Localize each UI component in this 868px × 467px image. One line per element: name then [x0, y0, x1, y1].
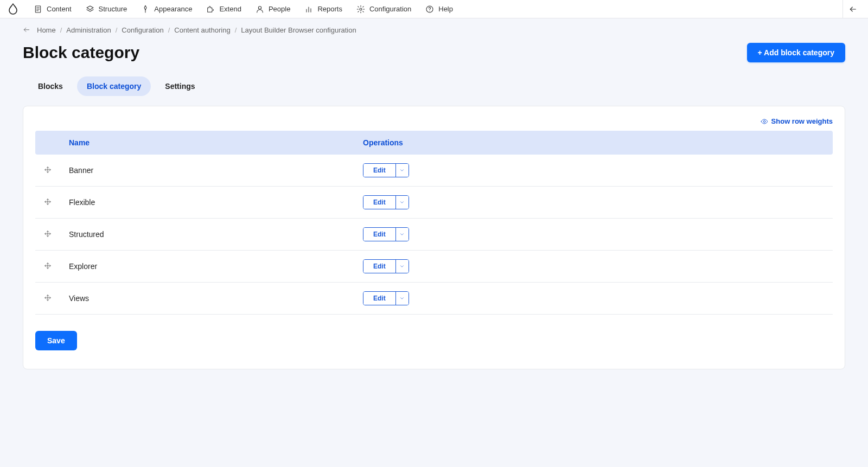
- edit-button[interactable]: Edit: [363, 164, 395, 177]
- table-row: StructuredEdit: [35, 219, 833, 251]
- breadcrumb-item[interactable]: Content authoring: [174, 26, 230, 34]
- toolbar-item-appearance[interactable]: Appearance: [135, 2, 199, 17]
- toolbar-item-help[interactable]: Help: [419, 2, 459, 17]
- toolbar-item-structure[interactable]: Structure: [79, 2, 134, 17]
- svg-point-15: [763, 120, 765, 123]
- column-operations: Operations: [354, 131, 833, 155]
- document-icon: [34, 5, 42, 14]
- table-row: ExplorerEdit: [35, 251, 833, 283]
- chevron-down-icon: [399, 232, 405, 237]
- table-row: BannerEdit: [35, 155, 833, 187]
- tab-settings[interactable]: Settings: [155, 76, 205, 96]
- row-name: Structured: [60, 219, 354, 251]
- drag-handle-icon[interactable]: [44, 198, 52, 206]
- drag-handle-icon[interactable]: [44, 166, 52, 174]
- breadcrumb: Home / Administration / Configuration / …: [0, 18, 868, 34]
- back-icon[interactable]: [23, 27, 30, 34]
- operation-dropbutton: Edit: [363, 227, 409, 241]
- row-name: Banner: [60, 155, 354, 187]
- tab-blocks[interactable]: Blocks: [28, 76, 73, 96]
- drag-handle-icon[interactable]: [44, 294, 52, 302]
- operation-dropbutton: Edit: [363, 163, 409, 177]
- svg-marker-4: [87, 6, 93, 10]
- tab-block-category[interactable]: Block category: [77, 76, 151, 96]
- toolbar-item-reports[interactable]: Reports: [298, 2, 349, 17]
- dropdown-toggle[interactable]: [395, 260, 409, 273]
- toolbar-item-extend[interactable]: Extend: [200, 2, 247, 17]
- toolbar-item-label: Configuration: [369, 5, 411, 13]
- toolbar-item-content[interactable]: Content: [27, 2, 78, 17]
- gear-icon: [356, 5, 365, 14]
- dropdown-toggle[interactable]: [395, 164, 409, 177]
- chevron-down-icon: [399, 200, 405, 205]
- operation-dropbutton: Edit: [363, 195, 409, 209]
- breadcrumb-item[interactable]: Layout Builder Browser configuration: [241, 26, 356, 34]
- toolbar-item-configuration[interactable]: Configuration: [350, 2, 418, 17]
- page-title: Block category: [23, 43, 139, 62]
- drupal-logo-icon[interactable]: [7, 3, 20, 16]
- edit-button[interactable]: Edit: [363, 292, 395, 305]
- puzzle-icon: [206, 5, 215, 14]
- eye-icon: [761, 118, 768, 125]
- dropdown-toggle[interactable]: [395, 228, 409, 241]
- toolbar-item-label: Reports: [317, 5, 342, 13]
- toolbar-item-label: People: [269, 5, 290, 13]
- edit-button[interactable]: Edit: [363, 196, 395, 209]
- toolbar-item-label: Structure: [99, 5, 127, 13]
- row-name: Explorer: [60, 251, 354, 283]
- toolbar-item-label: Help: [438, 5, 453, 13]
- add-block-category-button[interactable]: + Add block category: [747, 43, 845, 62]
- help-icon: [425, 5, 434, 14]
- breadcrumb-item[interactable]: Administration: [66, 26, 111, 34]
- content-card: Show row weights Name Operations BannerE…: [23, 106, 845, 369]
- dropdown-toggle[interactable]: [395, 292, 409, 305]
- back-to-site-button[interactable]: [843, 0, 863, 18]
- toolbar-item-people[interactable]: People: [249, 2, 297, 17]
- drag-handle-icon[interactable]: [44, 262, 52, 270]
- table-row: ViewsEdit: [35, 283, 833, 315]
- row-name: Flexible: [60, 187, 354, 219]
- dropdown-toggle[interactable]: [395, 196, 409, 209]
- toolbar-item-label: Appearance: [154, 5, 192, 13]
- chevron-down-icon: [399, 264, 405, 269]
- svg-point-10: [360, 8, 362, 10]
- breadcrumb-home[interactable]: Home: [37, 26, 56, 34]
- edit-button[interactable]: Edit: [363, 260, 395, 273]
- operation-dropbutton: Edit: [363, 291, 409, 305]
- column-name: Name: [60, 131, 354, 155]
- save-button[interactable]: Save: [35, 331, 77, 350]
- show-row-weights-link[interactable]: Show row weights: [761, 117, 833, 125]
- tabs: Blocks Block category Settings: [0, 62, 868, 96]
- toolbar-item-label: Extend: [219, 5, 241, 13]
- operation-dropbutton: Edit: [363, 259, 409, 273]
- edit-button[interactable]: Edit: [363, 228, 395, 241]
- row-name: Views: [60, 283, 354, 315]
- admin-toolbar: Content Structure Appearance Extend Peop…: [0, 0, 868, 18]
- table-row: FlexibleEdit: [35, 187, 833, 219]
- arrow-left-icon: [848, 5, 857, 14]
- chevron-down-icon: [399, 296, 405, 301]
- breadcrumb-item[interactable]: Configuration: [122, 26, 163, 34]
- toolbar-item-label: Content: [47, 5, 72, 13]
- chevron-down-icon: [399, 168, 405, 173]
- svg-point-6: [258, 6, 261, 9]
- appearance-icon: [141, 5, 150, 14]
- category-table: Name Operations BannerEditFlexibleEditSt…: [35, 131, 833, 315]
- layers-icon: [86, 5, 94, 14]
- drag-handle-icon[interactable]: [44, 230, 52, 238]
- bar-chart-icon: [304, 5, 313, 14]
- person-icon: [256, 5, 264, 14]
